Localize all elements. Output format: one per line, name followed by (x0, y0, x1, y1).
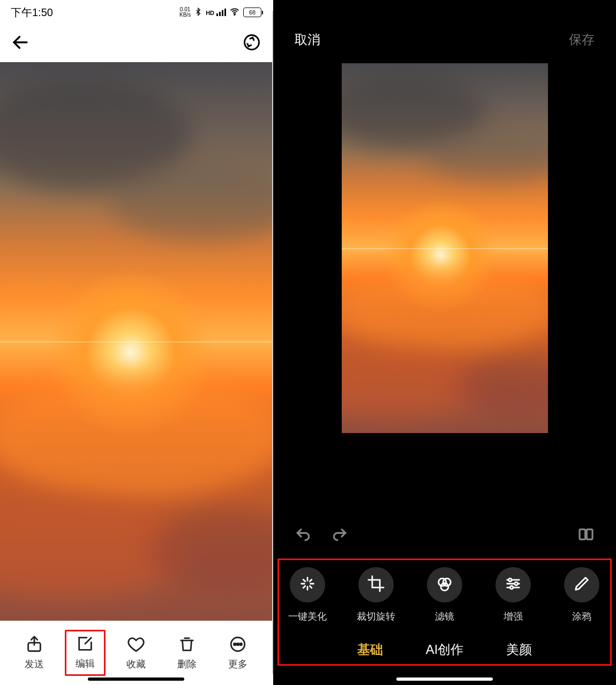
status-indicators: 0.01 KB/s HD 68 (179, 6, 261, 19)
editor-top-bar: 取消 保存 (273, 0, 616, 58)
tab-basic[interactable]: 基础 (357, 641, 383, 658)
svg-point-11 (441, 583, 448, 590)
pencil-icon (573, 575, 591, 595)
photo-viewer-screen: 下午1:50 0.01 KB/s HD 68 (0, 0, 272, 685)
bluetooth-icon (194, 8, 202, 18)
home-indicator[interactable] (396, 677, 493, 681)
favorite-button[interactable]: 收藏 (116, 635, 156, 671)
tool-label: 增强 (504, 610, 523, 623)
delete-button[interactable]: 删除 (167, 635, 207, 671)
tool-label: 涂鸦 (572, 610, 591, 623)
editor-canvas-wrap (273, 58, 616, 517)
tool-enhance[interactable]: 增强 (490, 567, 537, 623)
tool-filter[interactable]: 滤镜 (421, 567, 468, 623)
undo-icon[interactable] (295, 526, 312, 545)
svg-point-6 (240, 643, 242, 645)
sparkle-icon (298, 575, 317, 595)
back-icon[interactable] (11, 33, 30, 54)
svg-point-12 (509, 578, 512, 582)
viewer-nav-bar (0, 25, 272, 62)
filter-icon (435, 575, 454, 595)
tool-doodle[interactable]: 涂鸦 (558, 567, 605, 623)
crop-icon (367, 575, 385, 595)
edit-button[interactable]: 编辑 (65, 630, 106, 676)
send-button[interactable]: 发送 (14, 635, 55, 671)
compare-icon[interactable] (577, 526, 595, 545)
network-speed-icon: 0.01 KB/s (179, 7, 191, 18)
more-label: 更多 (228, 658, 247, 671)
save-button[interactable]: 保存 (569, 31, 595, 48)
signal-icon: HD (206, 9, 226, 16)
tool-row[interactable]: 一键美化 裁切旋转 滤镜 增强 (273, 567, 616, 623)
svg-rect-8 (587, 530, 592, 540)
sliders-icon (504, 575, 522, 595)
tool-label: 滤镜 (435, 610, 454, 623)
svg-point-4 (234, 643, 236, 645)
editor-tab-row: 基础 AI创作 美颜 (273, 641, 616, 658)
svg-rect-7 (580, 530, 585, 540)
viewer-bottom-bar: 发送 编辑 收藏 删除 更多 (0, 621, 272, 685)
edit-label: 编辑 (76, 657, 95, 670)
delete-label: 删除 (177, 658, 197, 671)
tab-beauty[interactable]: 美颜 (506, 641, 532, 658)
tool-crop-rotate[interactable]: 裁切旋转 (352, 567, 400, 623)
more-button[interactable]: 更多 (217, 635, 258, 671)
svg-point-13 (515, 582, 518, 585)
tool-label: 裁切旋转 (357, 610, 395, 623)
svg-point-0 (234, 13, 235, 14)
tool-auto-enhance[interactable]: 一键美化 (284, 567, 331, 623)
redo-icon[interactable] (331, 526, 348, 545)
svg-point-5 (237, 643, 239, 645)
editor-tool-area: 一键美化 裁切旋转 滤镜 增强 (273, 554, 616, 685)
photo-editor-screen: 取消 保存 一键美化 (273, 0, 616, 685)
cancel-button[interactable]: 取消 (295, 31, 320, 48)
wifi-icon (229, 6, 240, 19)
editor-canvas[interactable] (342, 63, 548, 433)
tool-label: 一键美化 (288, 610, 327, 623)
send-label: 发送 (25, 658, 44, 671)
svg-point-14 (510, 586, 513, 589)
cast-icon[interactable] (242, 33, 261, 54)
tab-ai-create[interactable]: AI创作 (426, 641, 464, 658)
favorite-label: 收藏 (126, 658, 146, 671)
history-row (273, 517, 616, 554)
status-bar: 下午1:50 0.01 KB/s HD 68 (0, 0, 272, 25)
clock: 下午1:50 (11, 5, 53, 20)
battery-icon: 68 (243, 8, 261, 17)
home-indicator[interactable] (88, 677, 184, 681)
photo-preview[interactable] (0, 62, 272, 621)
